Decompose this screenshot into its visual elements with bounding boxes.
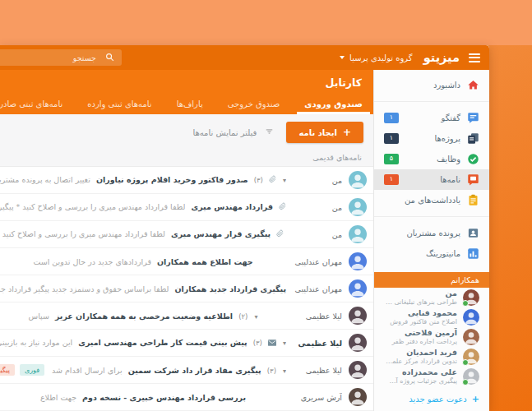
message-subject: ▾ (۳) پیگیری مفاد قرار داد شرکت سمین برا… xyxy=(0,364,286,376)
attachment-icon xyxy=(279,202,286,212)
chevron-down-icon[interactable]: ▾ xyxy=(283,367,286,375)
message-title: پیگیری مفاد قرار داد شرکت سمین xyxy=(128,366,261,375)
colleague-name: آرمین فلاحتی xyxy=(391,328,457,337)
toolbar: + ایجاد نامه فیلتر نمایش نامه‌ها xyxy=(0,114,373,149)
chevron-down-icon[interactable]: ▾ xyxy=(283,177,286,184)
colleague-name: محمود فنایی xyxy=(390,308,457,317)
sidebar: داشبورد گفتگو ۱ پروژه‌ها ۱ وظایف ۵ نامه‌… xyxy=(373,70,489,411)
colleague-avatar xyxy=(463,368,479,385)
message-subject: قرارداد مهندس میری لطفا قرارداد مهندس می… xyxy=(0,202,286,212)
body-row: داشبورد گفتگو ۱ پروژه‌ها ۱ وظایف ۵ نامه‌… xyxy=(0,70,489,411)
sidebar-item-notes[interactable]: یادداشت‌های من xyxy=(374,190,489,210)
mail-icon xyxy=(467,173,479,186)
customers-icon xyxy=(467,227,479,239)
message-tag: فوری xyxy=(20,364,44,376)
plus-icon: + xyxy=(343,127,351,137)
sidebar-item-mail[interactable]: نامه‌ها ۱ xyxy=(374,169,489,190)
message-sender: من xyxy=(289,203,342,212)
tab-inbox-active[interactable]: صندوق ورودی xyxy=(302,93,365,114)
message-row[interactable]: من پیگیری قرار مهندس میری لطفا قرارداد م… xyxy=(0,221,373,248)
message-row[interactable]: لیلا عظیمی ▾ (۳) پیگیری مفاد قرار داد شر… xyxy=(0,357,373,384)
colleague-item[interactable]: فرید احمدیان تدوین قرارداد مرکز علمی و ف… xyxy=(374,347,489,367)
tab-item[interactable]: پاراف‌ها xyxy=(174,93,206,114)
tab-item[interactable]: صندوق خروجی xyxy=(225,93,283,114)
message-preview: سپاس xyxy=(29,312,49,321)
tab-item[interactable]: نامه‌های ثبتی وارده xyxy=(85,93,154,114)
chat-icon xyxy=(467,112,479,124)
message-row[interactable]: مهران عندلیبی جهت اطلاع همه همکاران قرار… xyxy=(0,248,373,275)
message-title: اطلاعیه وضعیت مرخصی به همه همکاران عزیز xyxy=(55,312,233,321)
divider xyxy=(374,216,489,217)
colleague-text: علی محمدزاده پیگیری جزئیات پروژه آب‌سازا… xyxy=(384,367,457,385)
message-preview: تغییر اتصال به پرونده مشتریان xyxy=(0,175,90,184)
colleague-avatar xyxy=(463,329,479,345)
chevron-down-icon[interactable]: ▾ xyxy=(254,313,257,321)
envelope-icon xyxy=(268,339,276,348)
filter-letters-button[interactable]: فیلتر نمایش نامه‌ها xyxy=(192,127,274,137)
workspace-selector[interactable]: گروه تولیدی پرسیا xyxy=(340,53,413,62)
message-title: جهت اطلاع همه همکاران xyxy=(157,257,253,266)
tasks-icon xyxy=(467,153,479,165)
search-input[interactable]: جستجو xyxy=(0,49,122,66)
colleague-avatar xyxy=(463,289,479,306)
invite-member-button[interactable]: + دعوت عضو جدید xyxy=(374,386,489,411)
attachment-icon xyxy=(276,229,284,239)
plus-icon: + xyxy=(472,394,479,404)
notes-icon xyxy=(467,194,479,206)
count-badge: ۵ xyxy=(384,154,399,164)
colleague-item[interactable]: علی محمدزاده پیگیری جزئیات پروژه آب‌سازا… xyxy=(374,367,489,386)
sender-avatar xyxy=(349,198,367,216)
sender-avatar xyxy=(349,361,367,379)
message-title: پیش بینی قیمت کار طراحی مهندسی امیری xyxy=(78,338,247,347)
message-row[interactable]: من قرارداد مهندس میری لطفا قرارداد مهندس… xyxy=(0,194,373,221)
count-badge: ۱ xyxy=(384,174,399,185)
sidebar-item-label: یادداشت‌های من xyxy=(405,196,460,205)
colleague-name: من xyxy=(384,289,457,298)
sender-avatar xyxy=(349,334,367,352)
sidebar-item-projects[interactable]: پروژه‌ها ۱ xyxy=(374,128,489,149)
tab-item[interactable]: نامه‌های ثبتی صادره xyxy=(0,93,65,114)
message-subject: پیگیری قرار مهندس میری لطفا قرارداد مهند… xyxy=(0,229,286,239)
message-row[interactable]: لیلا عظیمی ▾ (۲) اطلاعیه وضعیت مرخصی به … xyxy=(0,302,373,330)
cartable-header: کارتابل صندوق ورودیصندوق خروجیپاراف‌هانا… xyxy=(0,70,373,114)
colleague-text: محمود فنایی اصلاح متن فاکتور فروش xyxy=(390,308,457,326)
message-subject: ▾ (۲) اطلاعیه وضعیت مرخصی به همه همکاران… xyxy=(0,312,286,321)
chevron-down-icon[interactable]: ▾ xyxy=(283,339,286,347)
sender-avatar xyxy=(349,171,367,189)
message-row[interactable]: من ▾ (۳) صدور فاکتور وخرید اقلام پروژه ن… xyxy=(0,167,373,194)
message-row[interactable]: مهران عندلیبی پیگیری قرارداد جدید همکارا… xyxy=(0,275,373,302)
colleague-item[interactable]: من طراحی بنرهای تبلیغاتی سامان صنع… xyxy=(374,288,489,307)
message-sender: آرش سریری xyxy=(289,393,342,402)
colleague-item[interactable]: محمود فنایی اصلاح متن فاکتور فروش xyxy=(374,307,489,327)
sidebar-item-chat[interactable]: گفتگو ۱ xyxy=(374,108,489,128)
message-row[interactable]: آرش سریری بررسی قرارداد مهندس خبیری - نس… xyxy=(0,384,373,411)
sidebar-item-tasks[interactable]: وظایف ۵ xyxy=(374,149,489,169)
search-placeholder: جستجو xyxy=(73,53,96,62)
colleague-item[interactable]: آرمین فلاحتی پرداخت اجاره دفتر ظفر xyxy=(374,327,489,347)
message-preview: لطفا قرارداد مهندس میری را بررسی و اصلاح… xyxy=(0,202,185,211)
colleague-status: پیگیری جزئیات پروژه آب‌سازان xyxy=(384,377,457,386)
count-badge: ۱ xyxy=(384,113,399,123)
message-title: بررسی قرارداد مهندس خبیری - نسخه دوم xyxy=(82,393,246,402)
hamburger-menu-icon[interactable] xyxy=(460,53,489,62)
sidebar-item-monitoring[interactable]: مانیتورینگ xyxy=(374,243,489,264)
message-row[interactable]: لیلا عظیمی ▾ (۳) پیش بینی قیمت کار طراحی… xyxy=(0,330,373,357)
sidebar-item-label: نامه‌ها xyxy=(440,175,460,184)
message-subject: پیگیری قرارداد جدید همکاران لطفا براساس … xyxy=(0,284,286,293)
message-subject: ▾ (۳) پیش بینی قیمت کار طراحی مهندسی امی… xyxy=(0,338,286,348)
message-sender: من xyxy=(289,176,342,185)
colleague-text: فرید احمدیان تدوین قرارداد مرکز علمی و ف… xyxy=(384,348,457,365)
projects-icon xyxy=(467,132,479,145)
message-sender: لیلا عظیمی xyxy=(289,339,342,348)
create-letter-button[interactable]: + ایجاد نامه xyxy=(286,122,363,143)
filter-icon xyxy=(265,127,274,137)
colleague-text: من طراحی بنرهای تبلیغاتی سامان صنع… xyxy=(384,289,457,306)
sidebar-item-label: پروژه‌ها xyxy=(434,134,460,143)
online-status-dot xyxy=(462,359,469,366)
message-subject: بررسی قرارداد مهندس خبیری - نسخه دوم جهت… xyxy=(0,393,286,402)
online-status-dot xyxy=(462,300,469,307)
sidebar-item-home[interactable]: داشبورد xyxy=(374,75,489,95)
message-sender: مهران عندلیبی xyxy=(289,284,342,293)
message-sender: لیلا عظیمی xyxy=(289,312,342,321)
sidebar-item-customers[interactable]: پرونده مشتریان xyxy=(374,223,489,243)
